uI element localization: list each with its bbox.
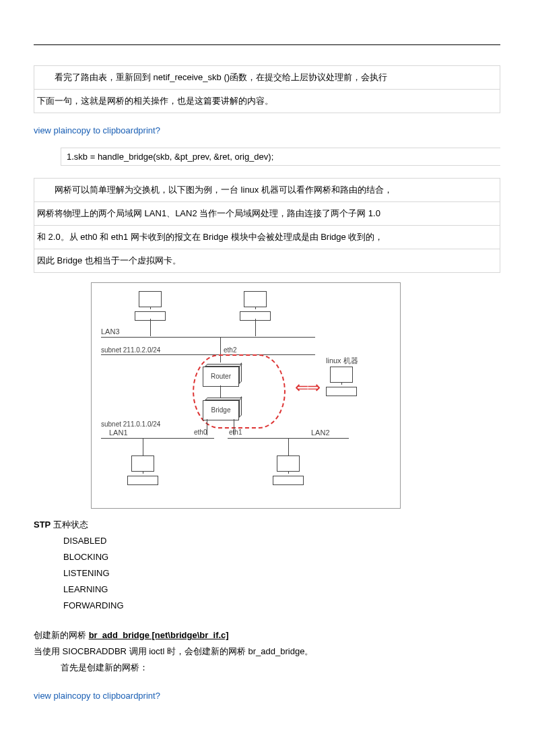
bridge-box: Bridge: [203, 400, 239, 420]
create-bridge-section: 创建新的网桥 br_add_bridge [net\bridge\br_if.c…: [34, 627, 500, 676]
subnet-1-label: subnet 211.0.1.0/24: [101, 420, 160, 428]
create-line-3: 首先是创建新的网桥：: [61, 660, 500, 676]
stp-state-item: DISABLED: [63, 533, 500, 549]
create-line-1-pre: 创建新的网桥: [34, 630, 89, 640]
stp-section: STP 五种状态 DISABLED BLOCKING LISTENING LEA…: [34, 517, 500, 614]
create-line-1: 创建新的网桥 br_add_bridge [net\bridge\br_if.c…: [34, 627, 500, 643]
paragraph-1-line-1: 看完了路由表，重新回到 netif_receive_skb ()函数，在提交给上…: [34, 66, 500, 90]
router-box: Router: [203, 367, 239, 387]
stp-state-item: BLOCKING: [63, 549, 500, 565]
connector-line: [288, 438, 289, 455]
paragraph-2-line-2: 网桥将物理上的两个局域网 LAN1、LAN2 当作一个局域网处理，路由连接了两个…: [34, 202, 500, 226]
view-plain-copy-link-2[interactable]: view plaincopy to clipboardprint?: [34, 691, 160, 701]
paragraph-1-line-2: 下面一句，这就是网桥的相关操作，也是这篇要讲解的内容。: [34, 90, 500, 113]
linux-machine-label: linux 机器: [326, 356, 358, 366]
stp-state-item: LEARNING: [63, 581, 500, 598]
eth1-label: eth1: [229, 429, 242, 436]
eth2-label: eth2: [224, 346, 236, 354]
double-arrow-icon: ⇐⇒: [291, 383, 323, 392]
connector-line: [255, 319, 256, 336]
subnet-2-label: subnet 211.0.2.0/24: [101, 346, 160, 354]
lan2-label: LAN2: [311, 429, 330, 437]
lan3-bus: [101, 337, 315, 338]
stp-state-item: LISTENING: [63, 565, 500, 581]
create-line-2: 当使用 SIOCBRADDBR 调用 ioctl 时，会创建新的网桥 br_ad…: [34, 643, 500, 660]
connector-line: [150, 319, 151, 336]
connector-line: [143, 438, 143, 455]
network-diagram: LAN3 subnet 211.0.2.0/24 eth2 Router Bri…: [91, 282, 401, 509]
stp-title: STP: [34, 519, 51, 530]
paragraph-2-line-4: 因此 Bridge 也相当于一个虚拟网卡。: [34, 249, 500, 272]
lan1-label: LAN1: [109, 429, 128, 437]
top-rule: [34, 44, 500, 45]
lan3-label: LAN3: [101, 327, 120, 336]
pc-icon: [277, 455, 300, 485]
view-plain-copy-link-1[interactable]: view plaincopy to clipboardprint?: [34, 125, 160, 135]
paragraph-2-box: 网桥可以简单理解为交换机，以下图为例，一台 linux 机器可以看作网桥和路由的…: [34, 178, 500, 273]
pc-icon: [244, 291, 267, 321]
subnet-2-bus: [101, 354, 315, 355]
eth0-label: eth0: [194, 429, 207, 436]
stp-subtitle: 五种状态: [51, 519, 88, 530]
paragraph-2-line-3: 和 2.0。从 eth0 和 eth1 网卡收到的报文在 Bridge 模块中会…: [34, 226, 500, 249]
lan1-bus: [101, 438, 214, 439]
code-line-1: 1.skb = handle_bridge(skb, &pt_prev, &re…: [61, 148, 500, 166]
pc-icon: [131, 455, 154, 485]
pc-icon: [330, 367, 353, 396]
create-line-1-bold: br_add_bridge [net\bridge\br_if.c]: [89, 630, 229, 640]
paragraph-1-box: 看完了路由表，重新回到 netif_receive_skb ()函数，在提交给上…: [34, 65, 500, 113]
stp-state-item: FORWARDING: [63, 598, 500, 614]
paragraph-2-line-1: 网桥可以简单理解为交换机，以下图为例，一台 linux 机器可以看作网桥和路由的…: [34, 179, 500, 202]
pc-icon: [139, 291, 162, 321]
